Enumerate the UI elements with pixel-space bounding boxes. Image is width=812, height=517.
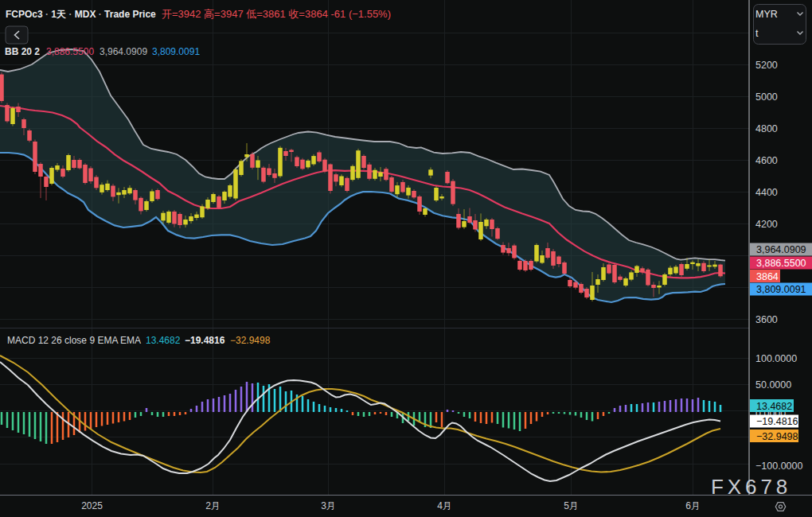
svg-text:2月: 2月: [205, 500, 221, 511]
svg-text:5月: 5月: [564, 500, 579, 511]
svg-text:6月: 6月: [685, 500, 701, 511]
svg-text:13.4682: 13.4682: [756, 401, 792, 412]
svg-text:MACD 12 26 close 9 EMA EMA: MACD 12 26 close 9 EMA EMA: [7, 335, 141, 346]
svg-text:3864: 3864: [756, 271, 779, 282]
svg-text:3,964.0909: 3,964.0909: [756, 244, 806, 255]
svg-text:BB 20 2: BB 20 2: [5, 46, 40, 57]
svg-text:t: t: [755, 28, 759, 39]
svg-text:3,964.0909: 3,964.0909: [100, 46, 147, 57]
svg-text:−19.4816: −19.4816: [756, 416, 798, 427]
svg-text:50.0000: 50.0000: [755, 379, 791, 391]
svg-text:100.0000: 100.0000: [755, 353, 797, 364]
svg-text:−100.0000: −100.0000: [755, 461, 802, 472]
svg-text:13.4682: 13.4682: [146, 335, 181, 346]
svg-text:3月: 3月: [321, 500, 336, 511]
svg-text:−32.9498: −32.9498: [756, 431, 798, 442]
svg-text:FX678: FX678: [711, 475, 791, 499]
svg-text:FCPOc3 · 1天 · MDX · Trade Pric: FCPOc3 · 1天 · MDX · Trade Price: [6, 9, 156, 20]
svg-text:开=3942 高=3947 低=3861 收=3864 -6: 开=3942 高=3947 低=3861 收=3864 -61 (−1.55%): [162, 8, 391, 20]
svg-text:−32.9498: −32.9498: [230, 335, 271, 346]
svg-text:4600: 4600: [755, 155, 778, 166]
svg-text:4月: 4月: [437, 500, 452, 511]
svg-text:3,809.0091: 3,809.0091: [152, 46, 200, 57]
svg-text:4400: 4400: [755, 187, 778, 198]
svg-text:3,809.0091: 3,809.0091: [756, 284, 806, 295]
svg-text:5000: 5000: [755, 91, 778, 103]
svg-text:3,886.5500: 3,886.5500: [756, 258, 806, 269]
svg-text:3600: 3600: [755, 314, 778, 325]
svg-text:3,886.5500: 3,886.5500: [46, 46, 94, 57]
svg-text:−19.4816: −19.4816: [185, 335, 225, 346]
svg-text:2025: 2025: [81, 500, 103, 511]
svg-text:4200: 4200: [755, 219, 778, 230]
svg-text:MYR: MYR: [755, 9, 778, 20]
svg-text:4800: 4800: [755, 123, 778, 134]
svg-text:5200: 5200: [755, 60, 778, 71]
